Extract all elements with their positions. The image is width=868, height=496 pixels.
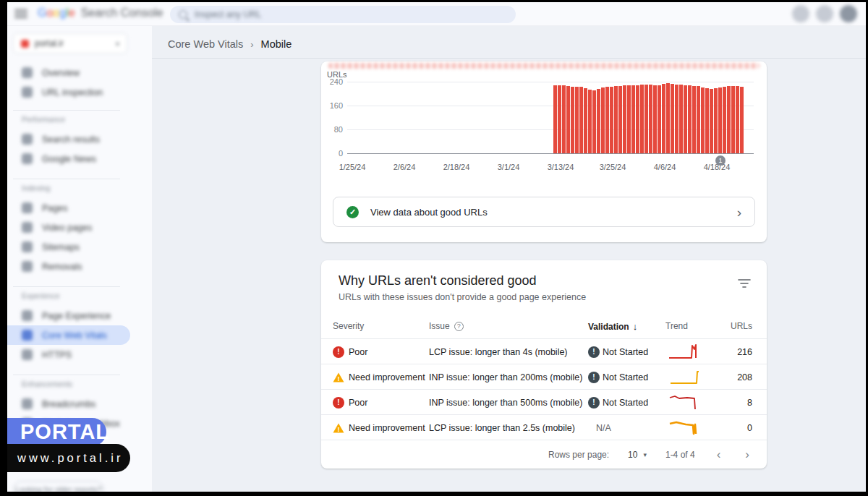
- sidebar-item-google-news[interactable]: Google News: [7, 149, 145, 168]
- warning-triangle-icon: !: [333, 372, 344, 382]
- filter-icon[interactable]: [738, 278, 751, 292]
- chart-x-tick: 4/6/24: [643, 163, 686, 171]
- chart-bar[interactable]: [584, 88, 587, 153]
- chart-bar[interactable]: [688, 85, 692, 153]
- chart-bar[interactable]: [684, 85, 687, 153]
- chart-bar[interactable]: [675, 85, 678, 153]
- issue-label[interactable]: LCP issue: longer than 4s (mobile): [429, 339, 568, 364]
- chart-y-tick: 80: [324, 125, 343, 134]
- chart-bar[interactable]: [588, 90, 592, 153]
- chart-bar[interactable]: [644, 85, 648, 153]
- column-urls: URLs: [694, 321, 752, 331]
- table-row[interactable]: !Need improvementLCP issue: longer than …: [321, 415, 767, 440]
- settings-icon[interactable]: [792, 5, 809, 22]
- chart-bar[interactable]: [718, 87, 722, 153]
- chart-bar[interactable]: [736, 86, 739, 153]
- chart-bar[interactable]: [618, 86, 622, 153]
- rows-per-page-label: Rows per page:: [548, 450, 609, 460]
- chart-bar[interactable]: [658, 85, 661, 153]
- chart-bar[interactable]: [605, 87, 609, 153]
- chart-bar[interactable]: [592, 90, 596, 153]
- chart-bar[interactable]: [640, 85, 644, 153]
- chart-x-tick: 3/1/24: [487, 163, 530, 171]
- chart-bar[interactable]: [631, 85, 635, 153]
- sidebar-item-overview[interactable]: Overview: [7, 63, 145, 82]
- column-trend: Trend: [665, 321, 688, 331]
- chart-bar[interactable]: [662, 84, 665, 153]
- chart-bar[interactable]: [671, 84, 674, 153]
- sidebar-item-search-results[interactable]: Search results: [7, 129, 145, 149]
- chart-bar[interactable]: [653, 85, 657, 153]
- chart-bar[interactable]: [610, 87, 613, 153]
- rows-per-page-select[interactable]: 10 ▾: [628, 450, 647, 460]
- chart-bar[interactable]: [562, 85, 566, 153]
- url-inspect-search-input[interactable]: Inspect any URL: [170, 6, 516, 23]
- sidebar-item-pages[interactable]: Pages: [7, 198, 145, 218]
- sidebar-item-url-inspection[interactable]: URL inspection: [7, 82, 145, 102]
- menu-icon[interactable]: [14, 8, 27, 20]
- chart-gridline: [347, 153, 754, 154]
- chart-y-tick: 0: [324, 149, 343, 158]
- table-row[interactable]: !PoorLCP issue: longer than 4s (mobile)!…: [321, 339, 767, 364]
- property-icon: [21, 40, 29, 48]
- chart-bar[interactable]: [566, 86, 570, 153]
- sidebar-item-https[interactable]: HTTPS: [7, 345, 145, 364]
- app-logo[interactable]: Google Search Console: [38, 7, 163, 20]
- chart-bar[interactable]: [731, 86, 735, 153]
- chart-bar[interactable]: [579, 87, 583, 153]
- view-good-urls-banner[interactable]: ✓ View data about good URLs ›: [333, 197, 755, 227]
- chart-bar[interactable]: [571, 87, 574, 153]
- chart-bar[interactable]: [575, 87, 579, 153]
- chart-bar[interactable]: [710, 89, 713, 153]
- property-selector[interactable]: portal.ir ▾: [13, 33, 127, 54]
- sidebar-item-label: Removals: [42, 262, 82, 272]
- chart-bar[interactable]: [705, 88, 709, 153]
- chart-bar[interactable]: [723, 87, 726, 153]
- chart-bar[interactable]: [649, 85, 652, 153]
- chart-bar[interactable]: [636, 85, 639, 153]
- sidebar-item-label: Search results: [42, 134, 100, 145]
- chart-bar[interactable]: [623, 85, 626, 153]
- sidebar-item-sitemaps[interactable]: Sitemaps: [7, 237, 145, 257]
- chart-annotation-marker[interactable]: 1: [715, 155, 726, 166]
- issue-label[interactable]: LCP issue: longer than 2.5s (mobile): [429, 415, 575, 440]
- breadcrumb-core-web-vitals[interactable]: Core Web Vitals: [168, 38, 243, 50]
- chart-bar[interactable]: [740, 87, 744, 153]
- issue-label[interactable]: INP issue: longer than 500ms (mobile): [429, 390, 582, 415]
- not-started-icon-wrap: !: [588, 339, 600, 364]
- sidebar-item-video-pages[interactable]: Video pages: [7, 218, 145, 237]
- apps-icon[interactable]: [816, 5, 833, 22]
- sidebar-section-header: Enhancements: [22, 380, 72, 388]
- table-row[interactable]: !PoorINP issue: longer than 500ms (mobil…: [321, 390, 767, 415]
- chevron-right-icon: ›: [737, 205, 741, 219]
- pagination-range: 1-4 of 4: [665, 450, 695, 460]
- next-page-button[interactable]: ›: [742, 448, 752, 461]
- chart-bar[interactable]: [597, 89, 600, 153]
- sidebar-item-core-web-vitals[interactable]: Core Web Vitals: [7, 325, 130, 345]
- chart-bar[interactable]: [601, 87, 605, 153]
- sidebar-item-page-experience[interactable]: Page Experience: [7, 306, 145, 325]
- chart-bar[interactable]: [692, 86, 696, 153]
- avatar[interactable]: [840, 5, 857, 22]
- chart-bar[interactable]: [701, 87, 705, 153]
- chart-bar[interactable]: [553, 85, 557, 153]
- help-icon[interactable]: ?: [454, 322, 464, 331]
- sidebar-divider: [13, 179, 120, 179]
- chart-bar[interactable]: [666, 83, 670, 153]
- sidebar-item-removals[interactable]: Removals: [7, 257, 145, 276]
- chevron-down-icon: ▾: [116, 40, 119, 48]
- issue-label[interactable]: INP issue: longer than 200ms (mobile): [429, 364, 582, 390]
- previous-page-button[interactable]: ‹: [714, 448, 724, 461]
- chart-bar[interactable]: [714, 88, 718, 153]
- chart-bar[interactable]: [727, 86, 731, 153]
- chart-bar[interactable]: [614, 86, 618, 153]
- table-row[interactable]: !Need improvementINP issue: longer than …: [321, 364, 767, 390]
- older-reports-link[interactable]: Looking for older reports?: [13, 481, 104, 492]
- chart-bar[interactable]: [697, 86, 700, 153]
- chart-bar[interactable]: [558, 85, 561, 153]
- sidebar-item-breadcrumbs[interactable]: Breadcrumbs: [7, 394, 145, 414]
- chart-bar[interactable]: [627, 85, 631, 153]
- chart-bar[interactable]: [679, 85, 683, 153]
- chart-x-tick: 1/25/24: [331, 163, 374, 171]
- column-validation[interactable]: Validation ↓: [588, 321, 637, 332]
